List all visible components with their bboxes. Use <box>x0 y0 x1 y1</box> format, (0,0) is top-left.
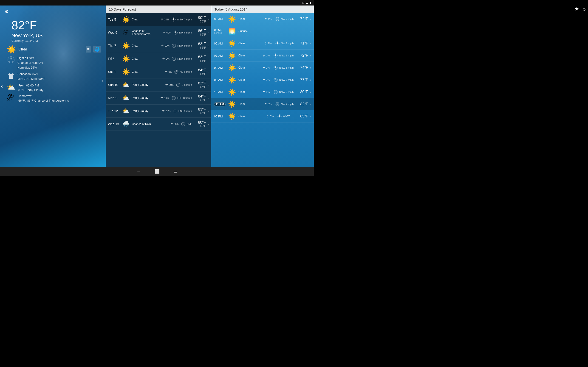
umbrella-small-icon: ☂ <box>262 66 265 69</box>
hourly-item-06AM[interactable]: 06:AM ☀️ Clear ☂ 1% NW 2 mp/h 71°F › <box>211 37 314 50</box>
hourly-rain: ☂ 1% <box>264 42 274 45</box>
umbrella-small-icon: ☂ <box>267 115 269 118</box>
forecast-item-tue12[interactable]: Tue 12 ⛅ Partly Cloudy ☂ 20% ESE 9 mp/h … <box>106 105 211 118</box>
hourly-temp: 71°F <box>295 41 308 45</box>
forecast-item-wed13[interactable]: Wed 13 🌧️ Chance of Rain ☂ 60% ENE 80°F … <box>106 118 211 131</box>
umbrella-icon: ☂ <box>165 70 168 74</box>
forecast-arrow-icon: › <box>208 70 209 74</box>
left-panel: ⚙ ‹ › 82°F New York, US Currently: 11:34… <box>0 6 106 167</box>
forecast-temps: 84°F 66°F <box>193 68 206 75</box>
hourly-desc: Clear <box>238 42 262 45</box>
hourly-rain: ☂ 1% <box>262 54 272 57</box>
hourly-item-09AM[interactable]: 09:AM ☀️ Clear ☂ 1% NNW 3 mp/h 77°F › <box>211 74 314 86</box>
condition-icon: ☀️ <box>7 45 16 54</box>
hourly-desc: Sunrise <box>238 30 308 33</box>
hourly-temp: 82°F <box>295 102 308 106</box>
hourly-item-10AM[interactable]: 10:AM ☀️ Clear ☂ 0% NNW 2 mp/h 80°F › <box>211 86 314 98</box>
forecast-item-fri8[interactable]: Fri 8 ☀️ Clear ☂ 0% NNW 8 mp/h 83°F 66°F… <box>106 52 211 65</box>
umbrella-small-icon: ☂ <box>262 54 265 57</box>
hourly-item-11AM[interactable]: 11:AM ☀️ Clear ☂ 0% NW 2 mp/h 82°F › <box>211 98 314 110</box>
bluetooth-icon: ⬡ <box>302 1 304 4</box>
afternoon-icon: ⛅ <box>7 83 16 92</box>
forecast-temps: 86°F 66°F <box>193 29 206 36</box>
hourly-time: 07:AM <box>214 54 225 57</box>
hourly-item-00PM[interactable]: 00:PM ☀️ Clear ☂ 0% WNW 85°F › <box>211 110 314 123</box>
hourly-desc: Clear <box>238 115 265 118</box>
forecast-rain: ☂ 20% <box>161 18 169 21</box>
hourly-item-07AM[interactable]: 07:AM ☀️ Clear ☂ 1% NNW 3 mp/h 72°F › <box>211 50 314 62</box>
forecast-day-label: Tue 12 <box>108 109 120 113</box>
hourly-rain: ☂ 0% <box>267 115 276 118</box>
hourly-list: 05:AM ☀️ Clear ☂ 1% NW 2 mp/h 72°F › 05:… <box>211 13 314 167</box>
back-button[interactable]: ← <box>137 169 141 174</box>
forecast-wind: NW 6 mp/h <box>174 31 192 35</box>
umbrella-small-icon: ☂ <box>264 17 267 21</box>
home-button[interactable]: ⬜ <box>155 169 160 174</box>
hourly-item-0556[interactable]: 05:56 Sunrise 🌅 Sunrise › <box>211 25 314 37</box>
hourly-temp: 80°F <box>295 90 308 94</box>
forecast-item-thu7[interactable]: Thu 7 ☀️ Clear ☂ 10% NNW 9 mp/h 83°F 65°… <box>106 39 211 52</box>
forecast-rain: ☂ 10% <box>160 96 169 100</box>
hourly-arrow-icon: › <box>310 42 311 45</box>
hourly-rain: ☂ 1% <box>262 78 272 82</box>
hourly-arrow-icon: › <box>310 54 311 57</box>
umbrella-icon: ☂ <box>163 31 166 34</box>
forecast-item-sat9[interactable]: Sat 9 ☀️ Clear ☂ 0% NE 6 mp/h 84°F 66°F … <box>106 65 211 78</box>
svg-point-9 <box>173 19 174 20</box>
forecast-item-wed6[interactable]: Wed 6 ⛈ Chance of Thunderstorms ☂ 60% NW… <box>106 26 211 39</box>
svg-point-73 <box>279 116 280 117</box>
right-panel: Today, 5 August 2014 05:AM ☀️ Clear ☂ 1%… <box>211 6 314 167</box>
hourly-weather-icon: ☀️ <box>227 100 237 109</box>
forecast-list: Tue 5 ☀️ Clear ☂ 20% WSW 7 mp/h 90°F 70°… <box>106 13 211 167</box>
umbrella-small-icon: ☂ <box>264 42 267 45</box>
shirt-icon <box>7 72 15 80</box>
hourly-weather-icon: ☀️ <box>227 15 237 24</box>
hourly-weather-icon: ☀️ <box>227 63 237 72</box>
hourly-desc: Clear <box>238 102 262 106</box>
hourly-temp: 85°F <box>295 114 308 118</box>
settings-icon[interactable]: ⚙ <box>5 9 9 14</box>
umbrella-icon: ☂ <box>162 109 165 113</box>
forecast-description: Clear <box>132 70 163 73</box>
hourly-rain: ☂ 1% <box>262 66 272 69</box>
forecast-item-sun10[interactable]: Sun 10 ⛅ Partly Cloudy ☂ 20% E 8 mp/h 82… <box>106 78 211 92</box>
umbrella-icon: ☂ <box>160 96 163 100</box>
umbrella-icon: ☂ <box>162 57 165 60</box>
current-hour-badge: 11:AM <box>214 102 225 106</box>
notes-icon[interactable]: ≡ <box>86 46 91 52</box>
forecast-description: Partly Cloudy <box>132 96 159 100</box>
hourly-wind: NNW 3 mp/h <box>274 66 294 70</box>
globe-icon[interactable]: 🌐 <box>93 46 101 52</box>
hourly-weather-icon: ☀️ <box>227 112 237 121</box>
top-bar-left: ⚙ <box>5 8 101 16</box>
forecast-weather-icon: ☀️ <box>121 67 130 76</box>
nav-right-arrow[interactable]: › <box>102 78 103 83</box>
hourly-desc: Clear <box>238 17 262 21</box>
forecast-arrow-icon: › <box>208 96 209 100</box>
main-temperature: 82°F <box>11 18 101 32</box>
hourly-arrow-icon: › <box>310 115 311 118</box>
svg-point-25 <box>176 72 177 72</box>
umbrella-icon: ☂ <box>161 18 164 21</box>
forecast-item-tue5[interactable]: Tue 5 ☀️ Clear ☂ 20% WSW 7 mp/h 90°F 70°… <box>106 13 211 26</box>
hourly-temp: 74°F <box>295 66 308 70</box>
hourly-wind: WNW <box>277 114 294 118</box>
hourly-desc: Clear <box>238 90 261 94</box>
umbrella-small-icon: ☂ <box>262 78 265 82</box>
svg-point-65 <box>275 92 276 92</box>
forecast-weather-icon: 🌧️ <box>121 119 130 129</box>
svg-point-29 <box>178 85 179 85</box>
forecast-description: Partly Cloudy <box>132 83 164 86</box>
hourly-arrow-icon: › <box>310 29 311 33</box>
hourly-item-08AM[interactable]: 08:AM ☀️ Clear ☂ 1% NNW 3 mp/h 74°F › <box>211 62 314 74</box>
middle-panel: 10 Days Forecast Tue 5 ☀️ Clear ☂ 20% WS… <box>106 6 211 167</box>
svg-marker-4 <box>10 58 12 59</box>
condition-label: Clear <box>18 47 27 51</box>
umbrella-small-icon: ☂ <box>262 90 265 94</box>
hourly-item-05AM[interactable]: 05:AM ☀️ Clear ☂ 1% NW 2 mp/h 72°F › <box>211 13 314 25</box>
forecast-item-mon11[interactable]: Mon 11 ⛅ Partly Cloudy ☂ 10% ESE 10 mp/h… <box>106 92 211 105</box>
recents-button[interactable]: ▭ <box>173 169 177 174</box>
condition-row: ☀️ Clear ≡ 🌐 <box>7 45 101 54</box>
forecast-weather-icon: ⛅ <box>121 80 130 90</box>
nav-left-arrow[interactable]: ‹ <box>1 83 3 90</box>
